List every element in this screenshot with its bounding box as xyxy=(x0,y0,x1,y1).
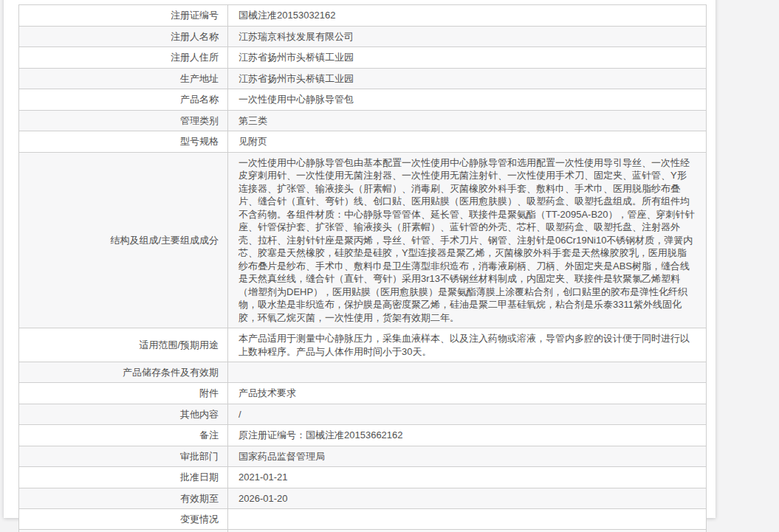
table-row-registrant-name: 注册人名称 江苏瑞京科技发展有限公司 xyxy=(19,26,707,47)
table-row-registrant-address: 注册人住所 江苏省扬州市头桥镇工业园 xyxy=(19,47,707,69)
row-value: 本产品适用于测量中心静脉压力，采集血液样本、以及注入药物或溶液，导管内多腔的设计… xyxy=(228,328,707,362)
table-row-change-status: 变更情况 xyxy=(19,509,707,530)
row-label: 变更情况 xyxy=(19,509,228,530)
row-value xyxy=(228,362,707,383)
table-row-storage-conditions: 产品储存条件及有效期 xyxy=(19,362,707,383)
table-row-management-category: 管理类别 第三类 xyxy=(19,110,707,131)
row-value: 一次性使用中心静脉导管包由基本配置一次性使用中心静脉导管和选用配置一次性使用导引… xyxy=(228,152,707,328)
row-value: 2026-01-20 xyxy=(228,488,707,509)
row-value: 国家药品监督管理局 xyxy=(228,446,707,467)
row-value: 国械注准20153032162 xyxy=(228,5,707,27)
table-row-approval-department: 审批部门 国家药品监督管理局 xyxy=(19,446,707,467)
row-value: 原注册证编号：国械注准20153662162 xyxy=(228,425,707,446)
table-row-model-spec: 型号规格 见附页 xyxy=(19,131,707,153)
row-label: 注册证编号 xyxy=(19,5,228,27)
row-label: 适用范围/预期用途 xyxy=(19,328,228,362)
table-row-intended-use: 适用范围/预期用途 本产品适用于测量中心静脉压力，采集血液样本、以及注入药物或溶… xyxy=(19,328,707,362)
table-row-other-content: 其他内容 / xyxy=(19,404,707,425)
row-label: 管理类别 xyxy=(19,110,228,131)
row-value: / xyxy=(228,404,707,425)
row-label: 注册人住所 xyxy=(19,47,228,69)
row-label: 备注 xyxy=(19,425,228,446)
record-card: 注册证编号 国械注准20153032162 注册人名称 江苏瑞京科技发展有限公司… xyxy=(4,0,715,518)
table-row-structure-composition: 结构及组成/主要组成成分 一次性使用中心静脉导管包由基本配置一次性使用中心静脉导… xyxy=(19,152,707,328)
row-value: 见附页 xyxy=(228,131,707,153)
table-row-product-name: 产品名称 一次性使用中心静脉导管包 xyxy=(19,89,707,111)
table-row-production-address: 生产地址 江苏省扬州市头桥镇工业园 xyxy=(19,68,707,89)
row-value: 第三类 xyxy=(228,110,707,131)
row-label: 附件 xyxy=(19,383,228,404)
row-value: 2021-01-21 xyxy=(228,467,707,488)
row-label: 批准日期 xyxy=(19,467,228,488)
row-label: 其他内容 xyxy=(19,404,228,425)
row-value xyxy=(228,509,707,530)
row-value: 江苏省扬州市头桥镇工业园 xyxy=(228,68,707,89)
table-row-valid-until: 有效期至 2026-01-20 xyxy=(19,488,707,509)
row-value: 江苏省扬州市头桥镇工业园 xyxy=(228,47,707,69)
table-row-registration-number: 注册证编号 国械注准20153032162 xyxy=(19,5,707,27)
table-row-approval-date: 批准日期 2021-01-21 xyxy=(19,467,707,488)
row-value xyxy=(228,530,707,532)
table-row-attachment: 附件 产品技术要求 xyxy=(19,383,707,404)
row-value: 产品技术要求 xyxy=(228,383,707,404)
row-label: 有效期至 xyxy=(19,488,228,509)
row-label: 型号规格 xyxy=(19,131,228,153)
row-label: 产品储存条件及有效期 xyxy=(19,362,228,383)
row-label: 结构及组成/主要组成成分 xyxy=(19,152,228,328)
row-value: 江苏瑞京科技发展有限公司 xyxy=(228,26,707,47)
row-label: 注册人名称 xyxy=(19,26,228,47)
row-value: 一次性使用中心静脉导管包 xyxy=(228,89,707,111)
row-label: 产品名称 xyxy=(19,89,228,111)
row-label: 审批部门 xyxy=(19,446,228,467)
row-label: 数据库相关备注 xyxy=(19,530,228,532)
table-row-remarks: 备注 原注册证编号：国械注准20153662162 xyxy=(19,425,707,446)
table-row-database-notes: 数据库相关备注 xyxy=(19,530,707,532)
row-label: 生产地址 xyxy=(19,68,228,89)
registration-record-table: 注册证编号 国械注准20153032162 注册人名称 江苏瑞京科技发展有限公司… xyxy=(18,4,707,532)
